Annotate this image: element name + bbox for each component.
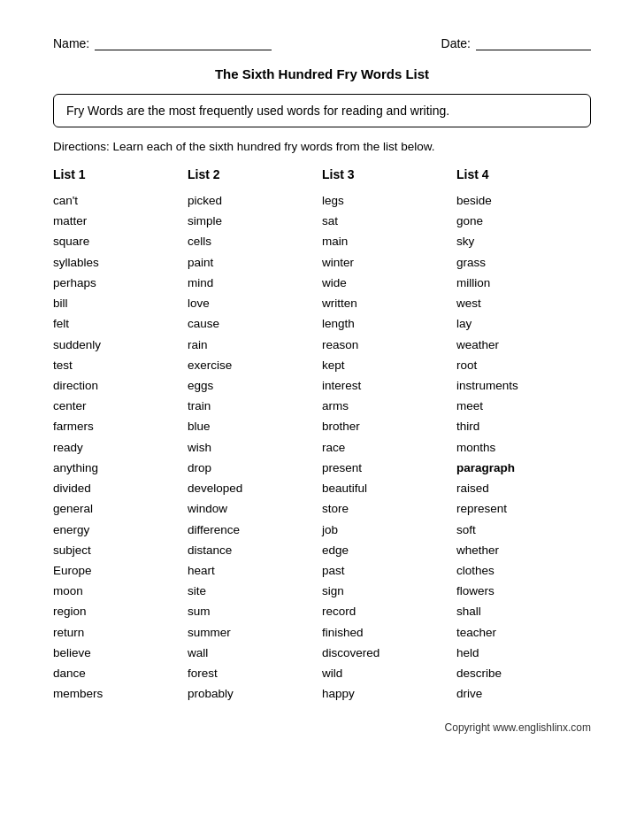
word-lists: List 1can'tmattersquaresyllablesperhapsb… (53, 167, 591, 704)
word-item: sum (188, 601, 322, 621)
word-item: beside (456, 190, 591, 211)
word-item: held (456, 643, 591, 663)
word-item: edge (322, 540, 456, 560)
word-item: finished (322, 622, 456, 643)
word-item: drive (456, 683, 591, 704)
word-item: brother (322, 416, 456, 436)
word-item: wish (188, 437, 322, 458)
word-item: record (322, 601, 456, 621)
word-item: ready (53, 437, 188, 458)
word-item: wild (322, 663, 456, 683)
word-item: whether (456, 540, 591, 560)
name-field: Name: (53, 35, 272, 50)
word-item: reason (322, 335, 456, 355)
word-item: mind (188, 273, 322, 293)
word-item: wall (188, 643, 322, 663)
word-item: difference (188, 520, 322, 540)
word-item: distance (188, 540, 322, 560)
word-item: dance (53, 663, 188, 683)
word-item: sky (456, 231, 591, 251)
name-underline (95, 35, 272, 50)
info-box: Fry Words are the most frequently used w… (53, 94, 591, 127)
word-item: teacher (456, 622, 591, 643)
word-item: discovered (322, 643, 456, 663)
word-list-3: List 3legssatmainwinterwidewrittenlength… (322, 167, 456, 704)
word-item: forest (188, 663, 322, 683)
page-title: The Sixth Hundred Fry Words List (53, 66, 591, 81)
word-item: weather (456, 335, 591, 355)
word-item: anything (53, 458, 188, 478)
word-item: suddenly (53, 335, 188, 355)
word-item: cause (188, 313, 322, 334)
word-item: can't (53, 190, 188, 211)
word-item: west (456, 293, 591, 313)
word-item: gone (456, 211, 591, 231)
word-item: store (322, 498, 456, 519)
word-item: shall (456, 601, 591, 621)
list-header-4: List 4 (456, 167, 591, 181)
word-item: summer (188, 622, 322, 643)
date-underline (476, 35, 591, 50)
word-item: legs (322, 190, 456, 211)
word-item: site (188, 581, 322, 601)
word-item: perhaps (53, 273, 188, 293)
word-item: million (456, 273, 591, 293)
word-item: train (188, 396, 322, 416)
word-item: matter (53, 211, 188, 231)
word-item: root (456, 355, 591, 375)
word-item: flowers (456, 581, 591, 601)
word-item: blue (188, 416, 322, 436)
word-item: rain (188, 335, 322, 355)
word-item: picked (188, 190, 322, 211)
word-list-4: List 4besidegoneskygrassmillionwestlaywe… (456, 167, 591, 704)
word-item: drop (188, 458, 322, 478)
word-list-1: List 1can'tmattersquaresyllablesperhapsb… (53, 167, 188, 704)
word-item: direction (53, 375, 188, 396)
word-list-2: List 2pickedsimplecellspaintmindlovecaus… (188, 167, 322, 704)
word-item: interest (322, 375, 456, 396)
word-item: months (456, 437, 591, 458)
word-item: represent (456, 498, 591, 519)
word-item: heart (188, 560, 322, 581)
word-item: job (322, 520, 456, 540)
word-item: race (322, 437, 456, 458)
word-item: energy (53, 520, 188, 540)
word-item: instruments (456, 375, 591, 396)
word-item: kept (322, 355, 456, 375)
word-item: window (188, 498, 322, 519)
word-item: winter (322, 252, 456, 273)
word-item: eggs (188, 375, 322, 396)
word-item: region (53, 601, 188, 621)
word-item: exercise (188, 355, 322, 375)
word-item: soft (456, 520, 591, 540)
word-item: happy (322, 683, 456, 704)
list-header-1: List 1 (53, 167, 188, 181)
word-item: felt (53, 313, 188, 334)
word-item: simple (188, 211, 322, 231)
word-item: love (188, 293, 322, 313)
word-item: bill (53, 293, 188, 313)
word-item: describe (456, 663, 591, 683)
word-item: paragraph (456, 458, 591, 478)
word-item: meet (456, 396, 591, 416)
word-item: members (53, 683, 188, 704)
word-item: center (53, 396, 188, 416)
date-field: Date: (441, 35, 591, 50)
date-label: Date: (441, 36, 471, 50)
word-item: paint (188, 252, 322, 273)
word-item: test (53, 355, 188, 375)
directions: Directions: Learn each of the sixth hund… (53, 140, 591, 153)
word-item: sat (322, 211, 456, 231)
name-label: Name: (53, 36, 89, 50)
word-item: divided (53, 478, 188, 498)
word-item: probably (188, 683, 322, 704)
word-item: farmers (53, 416, 188, 436)
word-item: length (322, 313, 456, 334)
header-row: Name: Date: (53, 35, 591, 50)
word-item: Europe (53, 560, 188, 581)
word-item: grass (456, 252, 591, 273)
word-item: beautiful (322, 478, 456, 498)
word-item: square (53, 231, 188, 251)
word-item: arms (322, 396, 456, 416)
word-item: developed (188, 478, 322, 498)
